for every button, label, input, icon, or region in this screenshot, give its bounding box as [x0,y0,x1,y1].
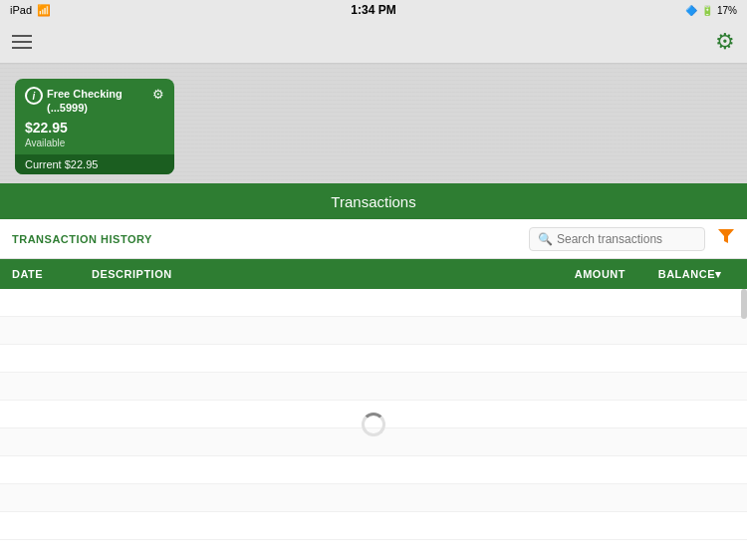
card-header: i Free Checking (...5999) ⚙ [25,87,164,116]
table-row [0,484,747,512]
column-headers: DATE DESCRIPTION AMOUNT BALANCE ▾ [0,259,747,289]
settings-gear-icon[interactable]: ⚙ [715,29,735,55]
table-row [0,345,747,373]
table-row [0,512,747,540]
status-time: 1:34 PM [351,3,395,17]
svg-marker-0 [718,229,734,243]
loading-spinner-container [362,413,385,436]
hamburger-menu-button[interactable] [12,35,32,49]
transactions-title: Transactions [331,193,415,210]
col-header-amount: AMOUNT [536,268,625,280]
nav-bar: ⚙ [0,20,747,64]
status-left: iPad 📶 [10,4,51,17]
hamburger-line-3 [12,47,32,49]
search-area: 🔍 [529,227,735,251]
battery-percentage: 17% [717,5,737,16]
transactions-header: Transactions [0,183,747,219]
bluetooth-icon: 🔷 [685,5,697,16]
hamburger-line-2 [12,41,32,43]
search-input[interactable] [557,232,696,246]
history-label: TRANSACTION HISTORY [12,233,152,245]
scroll-indicator[interactable] [741,289,747,319]
table-row [0,456,747,484]
search-wrapper: 🔍 [529,227,705,251]
card-amount: $22.95 [25,120,164,136]
table-row [0,317,747,345]
col-header-chevron: ▾ [715,268,735,281]
card-available-label: Available [25,138,164,148]
account-card: i Free Checking (...5999) ⚙ $22.95 Avail… [15,79,174,174]
card-gear-icon[interactable]: ⚙ [152,87,164,102]
status-right: 🔷 🔋 17% [685,5,737,16]
current-amount: $22.95 [65,158,99,170]
table-row [0,289,747,317]
battery-icon: 🔋 [701,5,713,16]
hamburger-line-1 [12,35,32,37]
card-footer: Current $22.95 [15,154,174,174]
wifi-icon: 📶 [37,4,51,17]
col-header-date: DATE [12,268,92,280]
col-header-description: DESCRIPTION [92,268,536,280]
loading-spinner [362,413,385,436]
filter-icon[interactable] [717,227,735,250]
current-label: Current [25,158,65,170]
device-label: iPad [10,4,32,16]
status-bar: iPad 📶 1:34 PM 🔷 🔋 17% [0,0,747,20]
hero-area: i Free Checking (...5999) ⚙ $22.95 Avail… [0,64,747,183]
info-letter: i [33,91,36,102]
col-header-balance: BALANCE [625,268,715,280]
search-icon: 🔍 [538,232,553,246]
card-title: Free Checking (...5999) [43,87,152,116]
table-row [0,373,747,401]
card-info-icon[interactable]: i [25,87,43,105]
table-body [0,289,747,560]
history-bar: TRANSACTION HISTORY 🔍 [0,219,747,259]
